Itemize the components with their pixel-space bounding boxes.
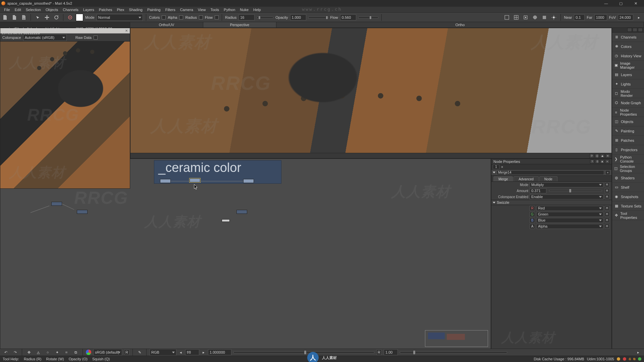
cspace-reset-button[interactable]: R [605,194,609,199]
rawdata-checkbox[interactable] [94,36,98,40]
view-icon-6[interactable] [550,14,557,21]
vp-btn-2[interactable]: ⟠ [595,154,599,158]
tab-merge[interactable]: Merge [493,176,513,181]
next-fstop-icon[interactable]: ▸ [201,349,206,356]
tab-advanced[interactable]: Advanced [514,176,538,181]
bt-icon-4[interactable]: ✦ [53,349,61,356]
menu-painting[interactable]: Painting [145,8,163,12]
opacity-input[interactable]: 1.000 [290,14,306,20]
mode-dropdown[interactable]: Normal [97,14,143,21]
swz-b-reset[interactable]: R [605,218,609,223]
vp-btn-4[interactable]: × [605,154,610,158]
vp-btn-1[interactable]: ? [589,154,594,158]
sidebar-item-channels[interactable]: ≣Channels [612,33,644,42]
prev-fstop-icon[interactable]: ◂ [178,349,183,356]
node-c2[interactable] [77,210,88,214]
menu-nuke[interactable]: Nuke [238,8,251,12]
rgb-dropdown[interactable]: RGB [150,349,176,356]
radius-checkbox[interactable] [199,15,203,19]
view-icon-1[interactable] [503,14,511,21]
far-input[interactable]: 1000 [594,14,607,20]
mode-reset-button[interactable]: R [605,182,609,187]
new-file-icon[interactable] [1,14,9,21]
viewport-3d[interactable]: 人人素材 RRCG 人人素材 人人素材 RRCG ? ⟠ ▲ × [130,28,612,159]
collapse-icon[interactable] [493,172,495,173]
srgb-reset[interactable]: R [124,350,129,355]
amount-reset-button[interactable]: R [605,188,609,193]
sidebar-item-shaders[interactable]: ◍Shaders [612,173,644,183]
swz-a-reset[interactable]: R [605,224,609,229]
menu-python[interactable]: Python [222,8,237,12]
sidebar-item-tool-properties[interactable]: ✥Tool Properties [612,211,644,220]
bt-overflow-icon[interactable]: ▸ [635,349,642,356]
menu-shading[interactable]: Shading [127,8,145,12]
bt-icon-1[interactable]: ✥ [25,349,33,356]
srgb-dropdown[interactable]: sRGB (default) [93,349,122,356]
alpha-checkbox[interactable] [179,15,183,19]
flow-slider[interactable] [358,17,378,18]
node-c4[interactable] [222,219,230,222]
open-file-icon[interactable] [11,14,18,21]
menu-view[interactable]: View [196,8,208,12]
sidebar-item-image-manager[interactable]: ▣Image Manager [612,61,644,70]
toolbar-overflow-icon[interactable]: ▸ [635,14,643,21]
sidebar-item-objects[interactable]: ◫Objects [612,117,644,126]
menu-layers[interactable]: Layers [81,8,96,12]
vp-btn-3[interactable]: ▲ [600,154,605,158]
exposure-input[interactable]: 1.000000 [208,349,231,355]
rotate-icon[interactable] [53,14,60,21]
menu-objects[interactable]: Objects [44,8,60,12]
bt-icon-2[interactable]: ◬ [35,349,42,356]
amount-input[interactable]: 0.371 [530,188,546,193]
radius-input[interactable]: 16 [238,14,255,20]
sidebar-item-history-view[interactable]: ◷History View [612,51,644,61]
menu-tools[interactable]: Tools [208,8,221,12]
image-preview[interactable]: 人人素材 RRCG 人人素材 [0,42,130,188]
maximize-button[interactable]: ▢ [614,0,628,6]
swizzle-collapse-icon[interactable] [493,202,495,203]
gamma-input[interactable]: 1.00 [384,349,398,355]
np-tab-count[interactable]: 1 [493,165,499,169]
np-hdr-3[interactable]: ▲ [600,160,604,164]
sidebar-top-1[interactable] [627,28,632,32]
view-icon-5[interactable] [541,14,548,21]
fstop-input[interactable]: f/8 [185,349,199,355]
sidebar-top-2[interactable] [633,28,637,32]
sidebar-item-texture-sets[interactable]: ▦Texture Sets [612,201,644,211]
view-icon-3[interactable] [522,14,529,21]
np-hdr-4[interactable]: × [605,160,609,164]
np-tab-close[interactable]: × [499,165,505,169]
redo-icon[interactable]: ↷ [11,349,19,356]
menu-filters[interactable]: Filters [163,8,177,12]
sidebar-item-layers[interactable]: ▤Layers [612,70,644,79]
vptab-orthouv[interactable]: Ortho/UV [130,22,203,27]
bt-icon-7[interactable]: ✎ [136,349,143,356]
swz-r-dropdown[interactable]: Red [536,206,603,211]
pan-icon[interactable] [43,14,51,21]
current-color-swatch[interactable] [76,14,83,21]
minimize-button[interactable]: — [599,0,613,6]
node-name-input[interactable] [497,170,604,175]
node-b1[interactable] [160,179,171,183]
flow-input[interactable]: 0.560 [340,14,356,20]
cspace-dropdown[interactable]: Enable [530,194,603,199]
image-tab-close-icon[interactable]: ✕ [125,29,128,33]
sidebar-item-modo-render[interactable]: ◻Modo Render [612,89,644,98]
menu-channels[interactable]: Channels [61,8,80,12]
amount-slider[interactable] [549,190,602,191]
vptab-perspective[interactable]: Perspective [203,22,276,27]
bt-icon-5[interactable]: ⌗ [63,349,70,356]
vptab-ortho[interactable]: Ortho [276,22,644,27]
opacity-slider[interactable] [308,17,328,18]
image-file-tab[interactable]: _projectFiles/ref/shadows_highlights_rem… [0,28,130,34]
sidebar-item-node-graph[interactable]: ⌬Node Graph [612,98,644,108]
sidebar-item-lights[interactable]: ✦Lights [612,79,644,89]
menu-ptex[interactable]: Ptex [115,8,126,12]
menu-selection[interactable]: Selection [24,8,43,12]
exposure-slider[interactable] [233,352,374,353]
sidebar-item-painting[interactable]: ✎Painting [612,126,644,136]
swz-r-reset[interactable]: R [605,206,609,210]
swz-g-reset[interactable]: R [605,212,609,217]
node-close-icon[interactable]: × [605,170,610,175]
menu-camera[interactable]: Camera [178,8,195,12]
